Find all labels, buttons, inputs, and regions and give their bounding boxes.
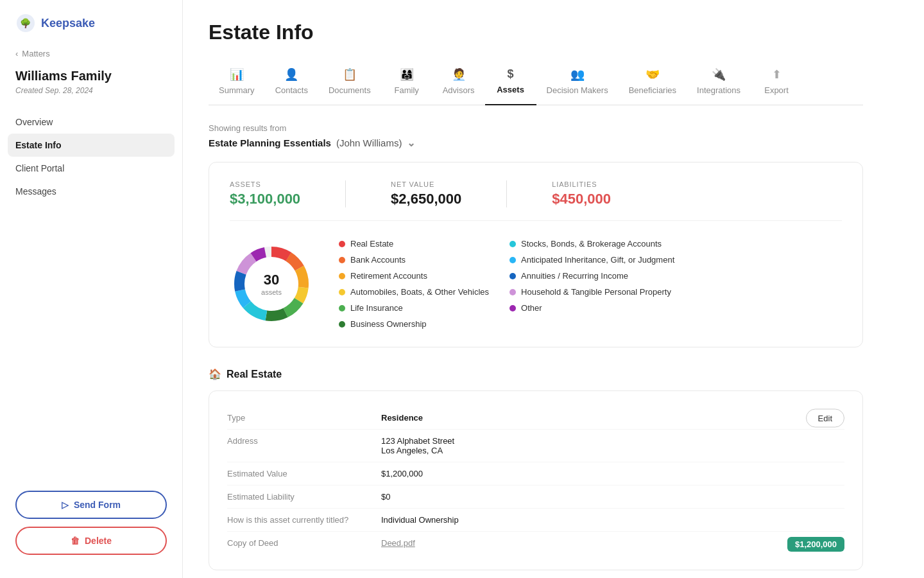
- liabilities-total: LIABILITIES $450,000: [552, 180, 611, 207]
- life-insurance-dot: [339, 305, 345, 311]
- logo-icon: 🌳: [15, 13, 36, 33]
- tab-documents[interactable]: 📋 Documents: [318, 62, 381, 105]
- type-value: Residence: [381, 413, 844, 423]
- integrations-icon: 🔌: [712, 67, 726, 82]
- app-logo: 🌳 Keepsake: [0, 13, 182, 49]
- liabilities-label: LIABILITIES: [552, 180, 611, 188]
- send-form-icon: ▷: [62, 500, 69, 510]
- titled-value: Individual Ownership: [381, 515, 844, 525]
- address-row: Address 123 Alphabet StreetLos Angeles, …: [227, 430, 844, 462]
- legend-area: Real Estate Bank Accounts Retirement Acc…: [339, 239, 842, 329]
- assets-value: $3,100,000: [230, 191, 300, 207]
- deed-label: Copy of Deed: [227, 538, 381, 548]
- tab-assets[interactable]: $ Assets: [485, 62, 536, 105]
- other-dot: [509, 305, 516, 311]
- life-insurance-label: Life Insurance: [350, 303, 403, 313]
- bank-accounts-dot: [339, 257, 345, 263]
- estimated-value: $1,200,000: [381, 469, 844, 478]
- tab-beneficiaries-label: Beneficiaries: [629, 85, 676, 95]
- summary-icon: 📊: [230, 67, 244, 82]
- estate-person: (John Williams): [336, 137, 402, 148]
- tab-advisors-label: Advisors: [443, 85, 475, 95]
- household-label: Household & Tangible Personal Property: [521, 287, 671, 297]
- donut-label: assets: [261, 288, 282, 296]
- type-row: Type Residence Edit: [227, 407, 844, 430]
- sidebar-item-messages[interactable]: Messages: [8, 180, 175, 203]
- legend-item-inheritance: Anticipated Inheritance, Gift, or Judgme…: [509, 255, 674, 265]
- legend-item-bank-accounts: Bank Accounts: [339, 255, 489, 265]
- type-label: Type: [227, 413, 381, 423]
- matter-date: Created Sep. 28, 2024: [0, 86, 182, 110]
- tab-export[interactable]: ⬆ Export: [751, 62, 802, 105]
- real-estate-label: Real Estate: [350, 239, 393, 249]
- titled-label: How is this asset currently titled?: [227, 515, 381, 525]
- sidebar-item-client-portal[interactable]: Client Portal: [8, 157, 175, 180]
- legend-item-business: Business Ownership: [339, 319, 489, 329]
- delete-label: Delete: [85, 536, 112, 546]
- tab-decision-makers-label: Decision Makers: [547, 85, 608, 95]
- tab-decision-makers[interactable]: 👥 Decision Makers: [536, 62, 619, 105]
- legend-item-other: Other: [509, 303, 674, 313]
- edit-button[interactable]: Edit: [806, 408, 844, 427]
- titled-row: How is this asset currently titled? Indi…: [227, 509, 844, 532]
- net-value: $2,650,000: [391, 191, 461, 207]
- sidebar-nav: Overview Estate Info Client Portal Messa…: [0, 110, 182, 480]
- inheritance-label: Anticipated Inheritance, Gift, or Judgme…: [521, 255, 674, 265]
- main-content: Estate Info 📊 Summary 👤 Contacts 📋 Docum…: [183, 0, 924, 578]
- bank-accounts-label: Bank Accounts: [350, 255, 406, 265]
- chevron-down-icon: ⌄: [407, 137, 415, 149]
- back-arrow-icon: ‹: [15, 49, 18, 58]
- tab-export-label: Export: [764, 85, 789, 95]
- tab-contacts[interactable]: 👤 Contacts: [265, 62, 318, 105]
- family-icon: 👨‍👩‍👧: [400, 67, 414, 82]
- page-title: Estate Info: [209, 21, 863, 44]
- other-label: Other: [521, 303, 542, 313]
- tab-family[interactable]: 👨‍👩‍👧 Family: [381, 62, 432, 105]
- sidebar-bottom: ▷ Send Form 🗑 Delete: [0, 480, 182, 565]
- sidebar-item-overview[interactable]: Overview: [8, 110, 175, 134]
- donut-center: 30 assets: [261, 272, 282, 296]
- annuities-label: Annuities / Recurring Income: [521, 271, 628, 281]
- showing-label: Showing results from: [209, 123, 863, 133]
- tab-summary[interactable]: 📊 Summary: [209, 62, 265, 105]
- value-badge: $1,200,000: [787, 537, 844, 552]
- sidebar-item-estate-info[interactable]: Estate Info: [8, 134, 175, 157]
- net-value-label: NET VALUE: [391, 180, 461, 188]
- summary-card: ASSETS $3,100,000 NET VALUE $2,650,000 L…: [209, 162, 863, 347]
- legend-col-right: Stocks, Bonds, & Brokerage Accounts Anti…: [509, 239, 674, 329]
- real-estate-section-icon: 🏠: [209, 368, 221, 380]
- tab-summary-label: Summary: [219, 85, 255, 95]
- legend-col-left: Real Estate Bank Accounts Retirement Acc…: [339, 239, 489, 329]
- delete-button[interactable]: 🗑 Delete: [15, 527, 167, 555]
- automobiles-dot: [339, 289, 345, 295]
- legend-item-life-insurance: Life Insurance: [339, 303, 489, 313]
- legend-item-automobiles: Automobiles, Boats, & Other Vehicles: [339, 287, 489, 297]
- matter-name: Williams Family: [0, 69, 182, 86]
- legend-item-annuities: Annuities / Recurring Income: [509, 271, 674, 281]
- tab-advisors[interactable]: 🧑‍💼 Advisors: [432, 62, 485, 105]
- assets-label: ASSETS: [230, 180, 300, 188]
- summary-totals: ASSETS $3,100,000 NET VALUE $2,650,000 L…: [230, 180, 842, 221]
- documents-icon: 📋: [343, 67, 357, 82]
- deed-link[interactable]: Deed.pdf: [381, 538, 415, 548]
- stocks-label: Stocks, Bonds, & Brokerage Accounts: [521, 239, 662, 249]
- send-form-button[interactable]: ▷ Send Form: [15, 491, 167, 519]
- household-dot: [509, 289, 516, 295]
- decision-makers-icon: 👥: [570, 67, 585, 82]
- delete-icon: 🗑: [71, 536, 80, 546]
- contacts-icon: 👤: [284, 67, 298, 82]
- address-label: Address: [227, 436, 381, 446]
- liabilities-value: $450,000: [552, 191, 611, 207]
- send-form-label: Send Form: [74, 500, 121, 510]
- deed-row: Copy of Deed Deed.pdf $1,200,000: [227, 532, 844, 554]
- donut-chart: 30 assets: [230, 242, 313, 326]
- back-to-matters[interactable]: ‹ Matters: [0, 49, 182, 69]
- tab-integrations-label: Integrations: [697, 85, 740, 95]
- estate-selector[interactable]: Estate Planning Essentials (John William…: [209, 137, 863, 149]
- tab-integrations[interactable]: 🔌 Integrations: [687, 62, 751, 105]
- tab-beneficiaries[interactable]: 🤝 Beneficiaries: [619, 62, 687, 105]
- back-label: Matters: [22, 49, 49, 58]
- retirement-label: Retirement Accounts: [350, 271, 427, 281]
- business-label: Business Ownership: [350, 319, 427, 329]
- real-estate-section-title: 🏠 Real Estate: [209, 368, 863, 380]
